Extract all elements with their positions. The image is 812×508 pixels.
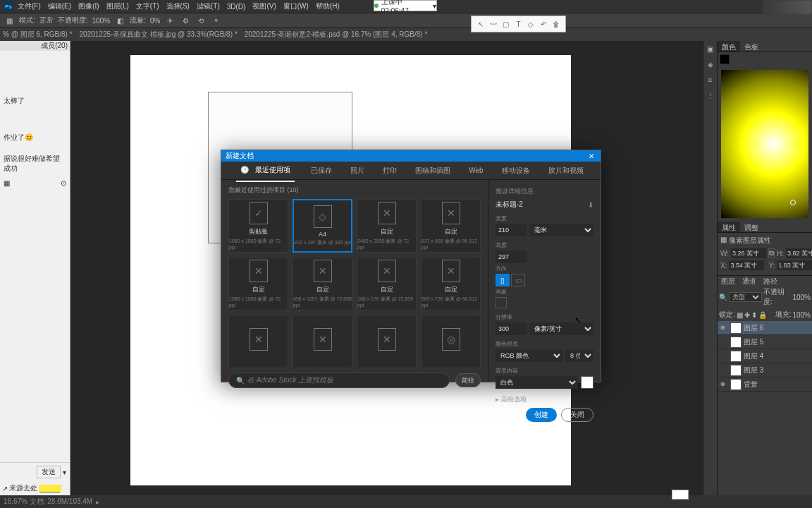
menu-filter[interactable]: 滤镜(T) xyxy=(197,1,220,11)
opacity-icon[interactable]: ◧ xyxy=(114,15,125,26)
preset-item[interactable]: ◎ xyxy=(421,315,481,368)
visibility-icon[interactable]: 👁 xyxy=(720,381,728,388)
layer-name[interactable]: 背景 xyxy=(744,380,758,389)
rec-chevron-icon[interactable]: ▾ xyxy=(433,2,436,10)
tab-adjustments[interactable]: 调整 xyxy=(740,222,763,232)
lock-icon[interactable]: ⬍ xyxy=(751,311,757,319)
layer-thumb[interactable] xyxy=(730,365,742,376)
menu-select[interactable]: 选择(S) xyxy=(166,1,190,11)
advanced-toggle[interactable]: ▸ 高级选项 xyxy=(496,395,593,404)
send-dropdown-icon[interactable]: ▾ xyxy=(63,468,66,476)
doc-tab-3[interactable]: 20201225-圣诞创意2-模板.psd @ 16.7% (图层 4, RGB… xyxy=(245,30,428,40)
draw-rect-icon[interactable]: ▢ xyxy=(501,19,511,29)
lock-icon[interactable]: ✚ xyxy=(744,311,750,319)
kind-icon[interactable]: 🔍 xyxy=(719,294,727,301)
h-input[interactable] xyxy=(786,248,812,258)
strip-icon[interactable]: ▣ xyxy=(706,44,715,54)
layer-fill[interactable]: 100% xyxy=(792,311,811,319)
draw-undo-icon[interactable]: ↶ xyxy=(539,19,548,29)
x-input[interactable] xyxy=(729,260,764,270)
fg-bg-swatches[interactable] xyxy=(718,52,812,66)
layer-thumb[interactable] xyxy=(730,351,742,362)
preset-item[interactable]: ✕自定188 x 176 像素 @ 72.009 ppi xyxy=(357,257,417,310)
send-button[interactable]: 发送 xyxy=(37,466,61,478)
layer-name[interactable]: 图层 4 xyxy=(744,351,763,361)
airbrush-icon[interactable]: ✈ xyxy=(164,15,176,26)
layer-opacity[interactable]: 100% xyxy=(792,294,811,301)
layer-name[interactable]: 图层 5 xyxy=(744,337,763,347)
bg-swatch[interactable] xyxy=(581,376,593,389)
tab-channels[interactable]: 通道 xyxy=(739,276,760,286)
preset-item[interactable]: ✕自定637 x 589 像素 @ 96.012 ppi xyxy=(421,199,481,253)
preset-item[interactable]: ✕ xyxy=(228,315,288,368)
layer-row[interactable]: 图层 5 xyxy=(718,335,812,349)
preset-item[interactable]: ✓剪贴板1080 x 1080 像素 @ 72 ppi xyxy=(228,199,288,253)
preset-item[interactable]: ✕自定569 x 735 像素 @ 96.012 ppi xyxy=(421,257,481,310)
lock-icon[interactable]: ▦ xyxy=(737,311,743,319)
tab-photo[interactable]: 照片 xyxy=(348,163,367,179)
tab-paths[interactable]: 路径 xyxy=(760,276,781,286)
artboard-checkbox[interactable] xyxy=(496,297,507,308)
res-unit-select[interactable]: 像素/英寸 xyxy=(529,322,593,335)
layer-row[interactable]: 图层 3 xyxy=(718,363,812,377)
tool-icon[interactable]: ▦ xyxy=(4,15,15,26)
layer-row[interactable]: 图层 4 xyxy=(718,349,812,363)
link-wh-icon[interactable]: ⧉ xyxy=(768,248,775,258)
save-preset-icon[interactable]: ⬇ xyxy=(588,201,593,209)
tab-properties[interactable]: 属性 xyxy=(718,222,740,232)
preset-item[interactable]: ✕自定1080 x 1080 像素 @ 72 ppi xyxy=(228,257,288,310)
tab-film[interactable]: 胶片和视频 xyxy=(546,163,586,179)
draw-eraser-icon[interactable]: ◇ xyxy=(526,19,536,29)
bg-select[interactable]: 白色 xyxy=(496,376,578,389)
preset-item[interactable]: ✕自定458 x 1057 像素 @ 72.009 ppi xyxy=(293,257,352,310)
tab-art[interactable]: 图稿和插图 xyxy=(413,163,453,179)
close-button[interactable]: 关闭 xyxy=(561,408,593,422)
menu-help[interactable]: 帮助(H) xyxy=(316,1,340,11)
layer-name[interactable]: 图层 3 xyxy=(744,365,763,375)
create-button[interactable]: 创建 xyxy=(526,408,557,422)
layer-thumb[interactable] xyxy=(730,379,742,390)
height-input[interactable] xyxy=(496,250,527,263)
menu-3d[interactable]: 3D(D) xyxy=(227,3,246,11)
tab-color[interactable]: 颜色 xyxy=(718,41,740,52)
lock-icon[interactable]: 🔒 xyxy=(758,311,767,319)
color-picker[interactable] xyxy=(721,70,808,218)
foot-icon[interactable]: ↗ xyxy=(2,485,8,492)
gear-icon[interactable]: ⚙ xyxy=(180,15,191,26)
draw-trash-icon[interactable]: 🗑 xyxy=(551,19,561,29)
orient-landscape[interactable]: ▭ xyxy=(511,274,525,286)
tab-saved[interactable]: 已保存 xyxy=(309,163,334,179)
opt-icon2[interactable]: ⌖ xyxy=(211,15,222,26)
tab-print[interactable]: 打印 xyxy=(381,163,399,179)
flow-value[interactable]: 0% xyxy=(150,17,160,25)
menu-view[interactable]: 视图(V) xyxy=(252,1,276,11)
tab-swatches[interactable]: 色板 xyxy=(740,41,763,52)
strip-icon[interactable]: ≡ xyxy=(706,75,715,85)
preset-item[interactable]: ✕自定2480 x 3508 像素 @ 72 ppi xyxy=(357,199,417,253)
width-input[interactable] xyxy=(496,224,527,236)
y-input[interactable] xyxy=(777,260,812,270)
orient-portrait[interactable]: ▯ xyxy=(496,274,510,286)
strip-icon[interactable]: ⋮ xyxy=(706,90,715,100)
mode-value[interactable]: 正常 xyxy=(39,16,54,25)
tab-layers[interactable]: 图层 xyxy=(718,276,739,286)
draw-pen-icon[interactable]: 〰 xyxy=(488,19,498,29)
doc-name[interactable]: 未标题-2 xyxy=(496,200,523,210)
go-button[interactable]: 前往 xyxy=(455,373,481,387)
colormode-select[interactable]: RGB 颜色 xyxy=(496,349,562,362)
visibility-icon[interactable]: 👁 xyxy=(720,325,728,332)
menu-window[interactable]: 窗口(W) xyxy=(283,1,309,11)
tab-recent[interactable]: 🕑最近使用项 xyxy=(236,159,295,182)
tab-mobile[interactable]: 移动设备 xyxy=(500,163,532,179)
status-chevron-icon[interactable]: ▸ xyxy=(96,498,99,506)
menu-text[interactable]: 文字(T) xyxy=(136,1,159,11)
search-input[interactable]: 🔍 在 Adobe Stock 上查找模板 xyxy=(228,373,450,388)
opacity-value[interactable]: 100% xyxy=(92,17,111,25)
chat-members[interactable]: 成员(20) xyxy=(41,41,68,51)
preset-item[interactable]: ✕ xyxy=(357,315,417,368)
menu-image[interactable]: 图像(I) xyxy=(78,1,99,11)
draw-text-icon[interactable]: T xyxy=(513,19,523,29)
draw-cursor-icon[interactable]: ↖ xyxy=(476,19,486,29)
kind-select[interactable]: 类型 xyxy=(729,292,762,302)
preset-item[interactable]: ◇A4210 x 297 毫米 @ 300 ppi xyxy=(293,199,352,253)
